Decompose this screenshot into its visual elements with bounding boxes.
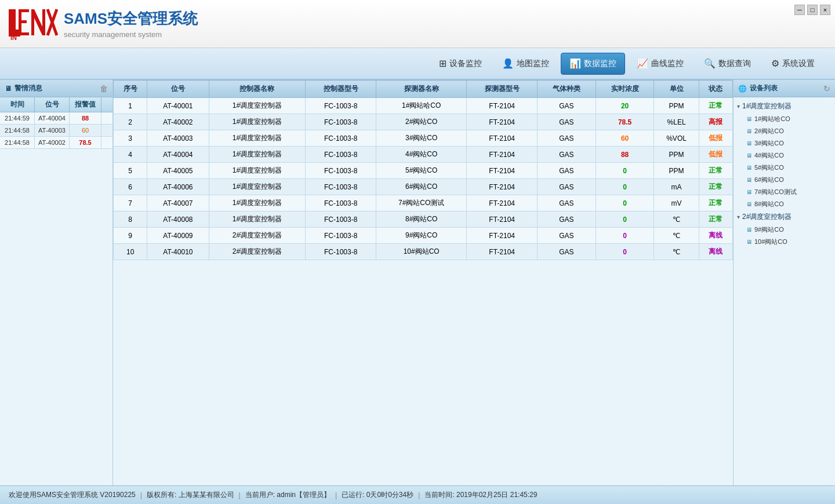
cell-sensor-name: 7#阀站CO测试 bbox=[376, 195, 467, 211]
nav-device-monitor[interactable]: ⊞ 设备监控 bbox=[430, 53, 491, 75]
cell-gas: GAS bbox=[538, 163, 596, 179]
cell-unit: PPM bbox=[654, 163, 699, 179]
cell-tag: AT-40009 bbox=[147, 228, 209, 244]
title-text: SAMS安全管理系统 security management system bbox=[64, 9, 198, 39]
cell-status: 低报 bbox=[699, 147, 732, 163]
cell-seq: 10 bbox=[114, 244, 147, 260]
cell-tag: AT-40006 bbox=[147, 179, 209, 195]
cell-ctrl-name: 2#调度室控制器 bbox=[209, 228, 306, 244]
data-table-wrap[interactable]: 序号 位号 控制器名称 控制器型号 探测器名称 探测器型号 气体种类 实时浓度 … bbox=[113, 80, 733, 485]
nav-curve-monitor-label: 曲线监控 bbox=[651, 59, 684, 69]
cell-unit: ℃ bbox=[654, 211, 699, 228]
alarm-row: 21:44:58 AT-40002 78.5 bbox=[0, 137, 112, 149]
alarm-value: 60 bbox=[70, 125, 101, 136]
cell-sensor-model: FT-2104 bbox=[467, 114, 538, 130]
tree-sensor-1-1[interactable]: 🖥1#阀站哈CO bbox=[734, 113, 835, 125]
logo-area: IN SAMS安全管理系统 security management system bbox=[6, 6, 198, 41]
alarm-value: 78.5 bbox=[70, 137, 101, 148]
cell-status: 高报 bbox=[699, 114, 732, 130]
cell-tag: AT-40003 bbox=[147, 130, 209, 147]
cell-seq: 4 bbox=[114, 147, 147, 163]
device-header: 🌐 设备列表 ↻ bbox=[734, 80, 835, 97]
cell-value: 0 bbox=[596, 179, 654, 195]
cell-ctrl-model: FC-1003-8 bbox=[306, 195, 376, 211]
table-row: 8 AT-40008 1#调度室控制器 FC-1003-8 8#阀站CO FT-… bbox=[114, 211, 733, 228]
cell-gas: GAS bbox=[538, 130, 596, 147]
cell-ctrl-name: 1#调度室控制器 bbox=[209, 179, 306, 195]
sensor-icon: 🖥 bbox=[746, 140, 752, 147]
nav-map-monitor[interactable]: 👤 地图监控 bbox=[493, 53, 558, 75]
expand-icon: ▾ bbox=[737, 214, 740, 220]
cell-gas: GAS bbox=[538, 98, 596, 114]
alarm-time: 21:44:58 bbox=[0, 125, 35, 136]
sensor-label: 9#阀站CO bbox=[754, 225, 784, 234]
tree-sensor-1-2[interactable]: 🖥2#阀站CO bbox=[734, 125, 835, 137]
cell-gas: GAS bbox=[538, 147, 596, 163]
trash-icon[interactable]: 🗑 bbox=[100, 84, 108, 93]
tree-sensor-2-1[interactable]: 🖥9#阀站CO bbox=[734, 224, 835, 236]
cell-tag: AT-40007 bbox=[147, 195, 209, 211]
tree-controller-1[interactable]: ▾1#调度室控制器 bbox=[734, 100, 835, 113]
alarm-header-left: 🖥 警情消息 bbox=[5, 83, 42, 93]
tree-sensor-1-8[interactable]: 🖥8#阀站CO bbox=[734, 198, 835, 210]
cell-unit: ℃ bbox=[654, 228, 699, 244]
nav-curve-monitor[interactable]: 📈 曲线监控 bbox=[628, 53, 692, 75]
cell-ctrl-name: 1#调度室控制器 bbox=[209, 147, 306, 163]
col-sensor-name: 探测器名称 bbox=[376, 81, 467, 98]
table-row: 9 AT-40009 2#调度室控制器 FC-1003-8 9#阀站CO FT-… bbox=[114, 228, 733, 244]
nav-system-settings[interactable]: ⚙ 系统设置 bbox=[763, 53, 823, 75]
cell-unit: mA bbox=[654, 179, 699, 195]
window-controls[interactable]: ─ □ × bbox=[794, 5, 830, 15]
data-table-body: 1 AT-40001 1#调度室控制器 FC-1003-8 1#阀站哈CO FT… bbox=[114, 98, 733, 260]
alarm-tag: AT-40002 bbox=[35, 137, 70, 148]
status-sep-2: | bbox=[239, 491, 241, 499]
maximize-button[interactable]: □ bbox=[807, 5, 818, 15]
cell-sensor-model: FT-2104 bbox=[467, 130, 538, 147]
cell-status: 正常 bbox=[699, 179, 732, 195]
cell-value: 20 bbox=[596, 98, 654, 114]
cell-ctrl-name: 1#调度室控制器 bbox=[209, 130, 306, 147]
status-welcome: 欢迎使用SAMS安全管理系统 V20190225 bbox=[9, 490, 136, 500]
tree-sensor-1-4[interactable]: 🖥4#阀站CO bbox=[734, 149, 835, 162]
cell-tag: AT-40004 bbox=[147, 147, 209, 163]
sensor-label: 8#阀站CO bbox=[754, 200, 784, 209]
refresh-icon[interactable]: ↻ bbox=[823, 84, 830, 93]
cell-tag: AT-40005 bbox=[147, 163, 209, 179]
sensor-icon: 🖥 bbox=[746, 116, 752, 122]
col-ctrl-model: 控制器型号 bbox=[306, 81, 376, 98]
status-sep-4: | bbox=[418, 491, 420, 499]
cell-tag: AT-40010 bbox=[147, 244, 209, 260]
statusbar: 欢迎使用SAMS安全管理系统 V20190225 | 版权所有: 上海某某有限公… bbox=[0, 485, 835, 504]
nav-data-query[interactable]: 🔍 数据查询 bbox=[695, 53, 760, 75]
cell-status: 离线 bbox=[699, 244, 732, 260]
controller-label: 2#调度室控制器 bbox=[742, 212, 792, 222]
sensor-icon: 🖥 bbox=[746, 239, 752, 245]
data-monitor-icon: 📊 bbox=[569, 58, 581, 69]
tree-sensor-1-7[interactable]: 🖥7#阀站CO测试 bbox=[734, 186, 835, 198]
col-unit: 单位 bbox=[654, 81, 699, 98]
alarm-panel: 🖥 警情消息 🗑 时间 位号 报警值 21:44:59 AT-40004 88 … bbox=[0, 80, 113, 485]
cell-unit: ℃ bbox=[654, 244, 699, 260]
close-button[interactable]: × bbox=[820, 5, 830, 15]
expand-icon: ▾ bbox=[737, 103, 740, 109]
status-runtime: 已运行: 0天0时0分34秒 bbox=[342, 490, 413, 500]
tree-controller-2[interactable]: ▾2#调度室控制器 bbox=[734, 210, 835, 224]
cell-sensor-name: 6#阀站CO bbox=[376, 179, 467, 195]
tree-sensor-1-3[interactable]: 🖥3#阀站CO bbox=[734, 137, 835, 149]
cell-ctrl-model: FC-1003-8 bbox=[306, 244, 376, 260]
cell-sensor-model: FT-2104 bbox=[467, 228, 538, 244]
alarm-col-time: 时间 bbox=[0, 97, 35, 112]
nav-data-monitor[interactable]: 📊 数据监控 bbox=[561, 53, 625, 75]
tree-sensor-1-5[interactable]: 🖥5#阀站CO bbox=[734, 162, 835, 174]
cell-gas: GAS bbox=[538, 211, 596, 228]
col-seq: 序号 bbox=[114, 81, 147, 98]
tree-sensor-1-6[interactable]: 🖥6#阀站CO bbox=[734, 174, 835, 186]
device-panel: 🌐 设备列表 ↻ ▾1#调度室控制器🖥1#阀站哈CO🖥2#阀站CO🖥3#阀站CO… bbox=[734, 80, 835, 485]
alarm-row: 21:44:58 AT-40003 60 bbox=[0, 125, 112, 137]
cell-ctrl-name: 1#调度室控制器 bbox=[209, 195, 306, 211]
cell-ctrl-name: 1#调度室控制器 bbox=[209, 114, 306, 130]
minimize-button[interactable]: ─ bbox=[794, 5, 805, 15]
cell-ctrl-model: FC-1003-8 bbox=[306, 114, 376, 130]
cell-gas: GAS bbox=[538, 114, 596, 130]
tree-sensor-2-2[interactable]: 🖥10#阀站CO bbox=[734, 236, 835, 248]
